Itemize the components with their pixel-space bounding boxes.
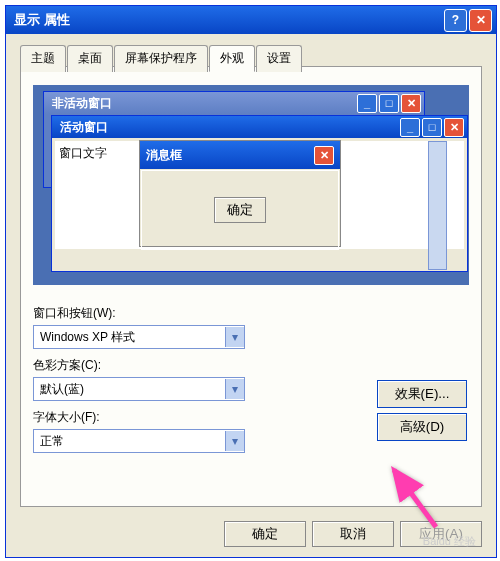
chevron-down-icon[interactable]: ▾	[225, 379, 244, 399]
color-scheme-label: 色彩方案(C):	[33, 357, 469, 374]
tab-settings[interactable]: 设置	[256, 45, 302, 72]
windows-buttons-label: 窗口和按钮(W):	[33, 305, 469, 322]
close-icon: ✕	[401, 94, 421, 113]
preview-ok-button: 确定	[214, 197, 266, 223]
scrollbar-preview	[428, 141, 447, 270]
maximize-icon: □	[379, 94, 399, 113]
preview-area: 非活动窗口 _ □ ✕ 活动窗口 _ □ ✕	[33, 85, 469, 285]
cancel-button[interactable]: 取消	[312, 521, 394, 547]
tab-strip: 主题 桌面 屏幕保护程序 外观 设置	[20, 44, 496, 71]
preview-message-box: 消息框 ✕ 确定	[139, 140, 341, 247]
active-titlebar: 活动窗口 _ □ ✕	[52, 116, 467, 138]
inactive-window-title: 非活动窗口	[52, 95, 112, 112]
windows-style-value: Windows XP 样式	[34, 329, 225, 346]
chevron-down-icon[interactable]: ▾	[225, 327, 244, 347]
appearance-panel: 非活动窗口 _ □ ✕ 活动窗口 _ □ ✕	[20, 66, 482, 507]
advanced-button[interactable]: 高级(D)	[377, 413, 467, 441]
minimize-icon: _	[400, 118, 420, 137]
titlebar[interactable]: 显示 属性 ? ✕	[6, 6, 496, 34]
window-text-label: 窗口文字	[59, 146, 107, 160]
font-size-select[interactable]: 正常 ▾	[33, 429, 245, 453]
display-properties-dialog: 显示 属性 ? ✕ 主题 桌面 屏幕保护程序 外观 设置 非活动窗口 _ □ ✕	[5, 5, 497, 558]
message-titlebar: 消息框 ✕	[140, 141, 340, 169]
windows-style-select[interactable]: Windows XP 样式 ▾	[33, 325, 245, 349]
effects-button[interactable]: 效果(E)...	[377, 380, 467, 408]
tab-screensaver[interactable]: 屏幕保护程序	[114, 45, 208, 72]
message-box-title: 消息框	[146, 147, 182, 164]
active-window-title: 活动窗口	[60, 119, 108, 136]
font-size-value: 正常	[34, 433, 225, 450]
tab-appearance[interactable]: 外观	[209, 45, 255, 72]
close-icon: ✕	[314, 146, 334, 165]
help-button[interactable]: ?	[444, 9, 467, 32]
inactive-titlebar: 非活动窗口 _ □ ✕	[44, 92, 424, 114]
color-scheme-value: 默认(蓝)	[34, 381, 225, 398]
chevron-down-icon[interactable]: ▾	[225, 431, 244, 451]
tab-desktop[interactable]: 桌面	[67, 45, 113, 72]
ok-button[interactable]: 确定	[224, 521, 306, 547]
close-icon: ✕	[444, 118, 464, 137]
watermark: Baidu 经验	[423, 534, 476, 549]
maximize-icon: □	[422, 118, 442, 137]
dialog-title: 显示 属性	[14, 11, 442, 29]
tab-theme[interactable]: 主题	[20, 45, 66, 72]
close-button[interactable]: ✕	[469, 9, 492, 32]
color-scheme-select[interactable]: 默认(蓝) ▾	[33, 377, 245, 401]
minimize-icon: _	[357, 94, 377, 113]
